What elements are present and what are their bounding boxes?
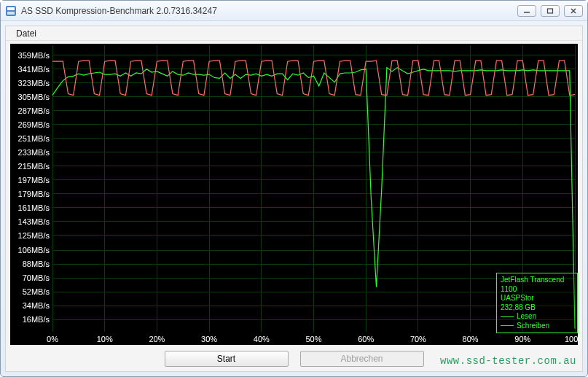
svg-text:60%: 60% (358, 335, 374, 343)
svg-text:323MB/s: 323MB/s (18, 79, 50, 88)
menubar: Datei (6, 26, 582, 41)
svg-text:100%: 100% (565, 335, 578, 343)
svg-text:0%: 0% (47, 335, 58, 343)
watermark: www.ssd-tester.com.au (440, 355, 576, 367)
legend-box: JetFlash Transcend 1100 UASPStor 232,88 … (496, 273, 578, 333)
svg-text:16MB/s: 16MB/s (23, 315, 50, 324)
legend-write-row: Schreiben (501, 322, 573, 331)
legend-read-label: Lesen (517, 312, 536, 322)
legend-read-row: Lesen (501, 312, 573, 322)
start-button[interactable]: Start (165, 351, 289, 367)
chart-area: 16MB/s34MB/s52MB/s70MB/s88MB/s106MB/s125… (10, 44, 578, 345)
svg-text:269MB/s: 269MB/s (18, 120, 50, 129)
svg-rect-2 (7, 12, 15, 15)
svg-text:40%: 40% (254, 335, 270, 343)
maximize-button[interactable] (541, 5, 560, 17)
svg-text:70MB/s: 70MB/s (23, 273, 50, 282)
svg-text:197MB/s: 197MB/s (18, 176, 50, 184)
svg-text:88MB/s: 88MB/s (23, 260, 50, 268)
svg-text:305MB/s: 305MB/s (18, 93, 50, 101)
window-title: AS SSD Kompression-Benchmark 2.0.7316.34… (21, 6, 517, 16)
svg-text:20%: 20% (149, 335, 165, 343)
svg-text:90%: 90% (514, 335, 530, 343)
close-button[interactable] (564, 5, 583, 17)
compression-chart: 16MB/s34MB/s52MB/s70MB/s88MB/s106MB/s125… (10, 44, 578, 345)
svg-text:251MB/s: 251MB/s (18, 134, 50, 143)
svg-text:179MB/s: 179MB/s (18, 190, 50, 198)
legend-write-swatch (501, 325, 514, 326)
svg-rect-4 (548, 9, 553, 13)
svg-text:10%: 10% (97, 335, 113, 343)
legend-model: 1100 (501, 285, 573, 295)
client-area: Datei 16MB/s34MB/s52MB/s70MB/s88MB/s106M… (5, 26, 583, 372)
svg-text:161MB/s: 161MB/s (18, 203, 50, 212)
legend-driver: UASPStor (501, 294, 573, 303)
legend-device: JetFlash Transcend (501, 276, 573, 285)
svg-text:287MB/s: 287MB/s (18, 106, 50, 115)
svg-text:215MB/s: 215MB/s (18, 162, 50, 171)
svg-text:50%: 50% (305, 335, 321, 343)
svg-text:70%: 70% (410, 335, 426, 343)
legend-read-swatch (501, 316, 514, 317)
svg-text:341MB/s: 341MB/s (18, 65, 50, 74)
svg-text:52MB/s: 52MB/s (23, 287, 50, 296)
legend-capacity: 232,88 GB (501, 303, 573, 313)
window-buttons (517, 5, 583, 17)
svg-text:233MB/s: 233MB/s (18, 148, 50, 157)
svg-text:34MB/s: 34MB/s (23, 301, 50, 310)
svg-rect-1 (7, 7, 15, 10)
svg-text:106MB/s: 106MB/s (18, 246, 50, 254)
app-icon (5, 5, 17, 17)
legend-write-label: Schreiben (517, 322, 549, 331)
button-row: Start Abbrechen www.ssd-tester.com.au (6, 346, 582, 371)
cancel-button[interactable]: Abbrechen (300, 351, 424, 367)
menu-file[interactable]: Datei (12, 28, 41, 39)
svg-text:80%: 80% (463, 335, 479, 343)
svg-text:125MB/s: 125MB/s (18, 231, 50, 240)
app-window: AS SSD Kompression-Benchmark 2.0.7316.34… (0, 0, 588, 377)
minimize-button[interactable] (517, 5, 536, 17)
svg-text:359MB/s: 359MB/s (18, 51, 50, 60)
svg-text:30%: 30% (201, 335, 217, 343)
svg-text:143MB/s: 143MB/s (18, 217, 50, 226)
titlebar: AS SSD Kompression-Benchmark 2.0.7316.34… (1, 1, 587, 21)
